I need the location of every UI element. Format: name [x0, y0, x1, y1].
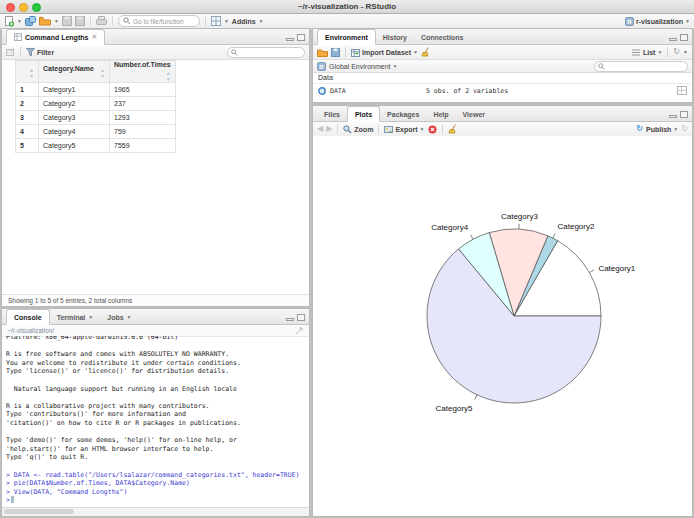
popout-window-icon[interactable] — [6, 48, 15, 56]
new-file-dropdown-caret[interactable]: ▼ — [17, 19, 22, 24]
goto-file-function-input[interactable]: Go to file/function — [118, 15, 200, 27]
maximize-panel-icon[interactable] — [680, 111, 688, 118]
tab-label: Help — [433, 111, 448, 118]
environment-object-row[interactable]: DATA 5 obs. of 2 variables — [313, 84, 692, 97]
tab-label: Terminal — [57, 314, 86, 321]
tab-command-lengths[interactable]: Command Lengths ✕ — [6, 29, 105, 45]
pane-layout-icon[interactable] — [211, 16, 221, 26]
tab-connections[interactable]: Connections — [414, 30, 470, 44]
filter-button[interactable]: Filter — [26, 48, 54, 57]
list-view-icon — [632, 49, 640, 56]
remove-plot-icon[interactable] — [428, 125, 437, 134]
project-menu-button[interactable]: R r-visualization ▼ — [625, 17, 690, 26]
pie-label-tick — [475, 395, 477, 400]
addins-button[interactable]: Addins — [232, 18, 256, 25]
import-dataset-button[interactable]: Import Dataset ▼ — [351, 48, 418, 57]
title-bar: ~/r-visualization - RStudio — [0, 0, 694, 14]
toolbar-separator — [205, 16, 206, 26]
table-row[interactable]: 5Category57559 — [16, 139, 176, 153]
minimize-panel-icon[interactable] — [669, 115, 677, 118]
minimize-panel-icon[interactable] — [286, 318, 294, 321]
new-file-icon[interactable] — [4, 16, 14, 27]
publish-icon: ↻ — [636, 125, 643, 133]
console-prompt[interactable]: > — [6, 496, 305, 505]
search-icon — [598, 63, 605, 70]
table-row[interactable]: 2Category2237 — [16, 97, 176, 111]
list-view-button[interactable]: List ▼ — [643, 49, 662, 56]
table-row[interactable]: 4Category4759 — [16, 125, 176, 139]
open-file-icon[interactable] — [39, 16, 51, 26]
new-project-icon[interactable] — [25, 16, 36, 27]
table-row[interactable]: 1Category11965 — [16, 83, 176, 97]
publish-button[interactable]: Publish ▼ — [646, 126, 678, 133]
minimize-panel-icon[interactable] — [286, 38, 294, 41]
maximize-panel-icon[interactable] — [297, 314, 305, 321]
plot-display-area: Category1Category2Category3Category4Cate… — [313, 136, 692, 516]
save-all-icon — [75, 16, 85, 26]
zoom-plot-button[interactable]: Zoom — [343, 125, 373, 134]
table-row[interactable]: 3Category31293 — [16, 111, 176, 125]
open-file-dropdown-caret[interactable]: ▼ — [54, 19, 59, 24]
load-workspace-icon[interactable] — [317, 48, 328, 57]
clear-workspace-broom-icon[interactable] — [421, 47, 430, 57]
horizontal-scrollbar[interactable] — [2, 507, 309, 516]
jobs-dropdown-caret[interactable]: ▼ — [127, 315, 132, 320]
tab-console[interactable]: Console — [6, 309, 50, 325]
view-object-grid-icon[interactable] — [677, 86, 687, 95]
refresh-plot-icon[interactable]: ↻ — [681, 125, 688, 133]
tab-label: Plots — [355, 111, 372, 118]
pie-label-Category2: Category2 — [558, 222, 595, 231]
tab-help[interactable]: Help — [426, 107, 455, 121]
save-icon — [62, 16, 72, 26]
console-lines: Platform: x86_64-apple-darwin15.6.0 (64-… — [6, 336, 305, 505]
console-command: > View(DATA, "Command Lengths") — [6, 488, 305, 497]
list-label: List — [643, 49, 655, 56]
close-icon[interactable]: ✕ — [91, 33, 97, 41]
corner-sort-cell[interactable]: ▲▼ — [16, 61, 39, 83]
export-plot-button[interactable]: Export ▼ — [384, 125, 424, 134]
pane-layout-caret[interactable]: ▼ — [224, 19, 229, 24]
tab-terminal[interactable]: Terminal▼ — [50, 310, 101, 324]
tab-environment[interactable]: Environment — [317, 29, 376, 45]
tab-files[interactable]: Files — [317, 107, 347, 121]
terminal-dropdown-caret[interactable]: ▼ — [88, 315, 93, 320]
toolbar-separator — [20, 47, 21, 57]
svg-text:R: R — [627, 19, 632, 25]
viewer-search-input[interactable] — [227, 47, 305, 58]
tab-label: Environment — [325, 34, 368, 41]
console-output[interactable]: Platform: x86_64-apple-darwin15.6.0 (64-… — [2, 336, 309, 508]
main-toolbar: ▼ ▼ Go to file/function ▼ Addins ▼ R r-v… — [0, 14, 694, 29]
svg-text:R: R — [319, 64, 324, 70]
tab-plots[interactable]: Plots — [347, 106, 380, 122]
clear-plots-broom-icon[interactable] — [448, 124, 457, 134]
console-popout-icon[interactable] — [295, 327, 304, 335]
scrollbar-thumb[interactable] — [4, 509, 74, 514]
refresh-caret[interactable]: ▼ — [683, 50, 688, 55]
tab-packages[interactable]: Packages — [380, 107, 426, 121]
toolbar-separator — [345, 47, 346, 57]
export-caret: ▼ — [420, 127, 425, 132]
data-object-icon — [318, 87, 326, 95]
addins-caret[interactable]: ▼ — [259, 19, 264, 24]
column-header-number-of-times[interactable]: Number.of.Times▲▼ — [110, 61, 176, 83]
tab-history[interactable]: History — [376, 30, 414, 44]
global-environment-selector[interactable]: Global Environment ▼ — [329, 63, 397, 70]
tab-viewer[interactable]: Viewer — [456, 107, 492, 121]
export-icon — [384, 125, 393, 134]
environment-search-input[interactable] — [594, 61, 688, 72]
maximize-panel-icon[interactable] — [297, 34, 305, 41]
goto-placeholder: Go to file/function — [133, 18, 184, 25]
maximize-panel-icon[interactable] — [680, 34, 688, 41]
print-icon — [96, 16, 107, 26]
toolbar-separator — [112, 16, 113, 26]
column-header-category-name[interactable]: Category.Name▲▼ — [39, 61, 110, 83]
filter-icon — [26, 48, 35, 57]
table-body: 1Category11965 2Category2237 3Category31… — [16, 83, 176, 153]
tab-jobs[interactable]: Jobs▼ — [100, 310, 138, 324]
save-workspace-icon[interactable] — [331, 48, 340, 57]
console-command: > pie(DATA$Number.of.Times, DATA$Categor… — [6, 479, 305, 488]
r-environment-icon: R — [317, 62, 326, 71]
panel-window-buttons — [286, 314, 309, 324]
minimize-panel-icon[interactable] — [669, 38, 677, 41]
refresh-icon[interactable]: ↻ — [673, 48, 680, 56]
